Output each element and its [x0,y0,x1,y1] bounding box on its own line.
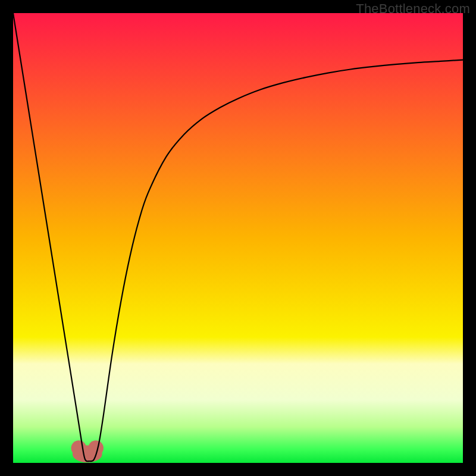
chart-svg [13,13,463,463]
plot-area [13,13,463,463]
chart-frame: TheBottleneck.com [0,0,476,476]
gradient-background [13,13,463,463]
